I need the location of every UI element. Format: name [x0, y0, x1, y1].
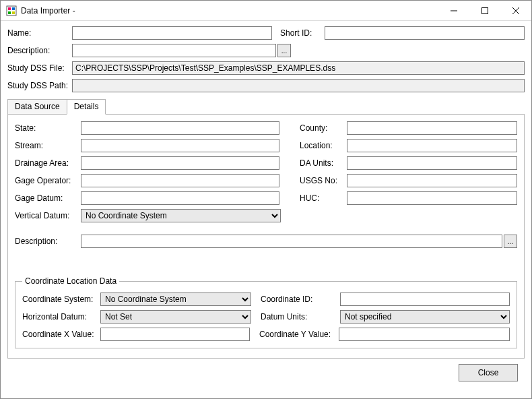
coord-x-label: Coordinate X Value:: [22, 330, 100, 339]
app-icon: [6, 5, 17, 16]
datum-units-label: Datum Units:: [261, 312, 340, 321]
coordinate-location-legend: Coordinate Location Data: [22, 276, 119, 286]
usgs-no-label: USGS No:: [300, 176, 347, 185]
name-label: Name:: [7, 28, 72, 38]
stream-input[interactable]: [81, 139, 279, 152]
description-browse-button[interactable]: ...: [277, 44, 291, 57]
state-label: State:: [15, 123, 81, 133]
huc-input[interactable]: [347, 191, 517, 205]
da-units-input[interactable]: [347, 156, 517, 170]
coord-x-input[interactable]: [100, 328, 250, 341]
horizontal-datum-label: Horizontal Datum:: [22, 312, 100, 321]
huc-label: HUC:: [300, 193, 347, 203]
maximize-button[interactable]: [469, 1, 500, 20]
details-description-input[interactable]: [81, 235, 502, 248]
name-input[interactable]: [72, 26, 272, 40]
vertical-datum-label: Vertical Datum:: [15, 211, 81, 220]
coord-system-select[interactable]: No Coordinate System: [100, 293, 251, 306]
close-button[interactable]: Close: [459, 364, 518, 381]
study-dss-file-field: C:\PROJECTS\SSP\Projects\Test\SSP_Exampl…: [72, 61, 525, 75]
location-input[interactable]: [347, 139, 517, 152]
minimize-button[interactable]: [438, 1, 469, 20]
coord-system-label: Coordinate System:: [22, 295, 100, 304]
gage-operator-input[interactable]: [81, 174, 279, 187]
study-dss-path-label: Study DSS Path:: [7, 81, 72, 90]
coord-id-label: Coordinate ID:: [261, 295, 340, 304]
vertical-datum-select[interactable]: No Coordinate System: [81, 209, 281, 222]
drainage-area-input[interactable]: [81, 156, 279, 170]
svg-rect-2: [12, 7, 15, 10]
coordinate-location-fieldset: Coordinate Location Data Coordinate Syst…: [15, 276, 517, 348]
tab-strip: Data Source Details: [7, 99, 525, 115]
county-label: County:: [300, 123, 347, 133]
svg-rect-1: [8, 7, 11, 10]
da-units-label: DA Units:: [300, 158, 347, 168]
svg-rect-4: [12, 11, 15, 14]
window-controls: [438, 1, 531, 20]
drainage-area-label: Drainage Area:: [15, 158, 81, 168]
gage-operator-label: Gage Operator:: [15, 176, 81, 185]
tab-data-source[interactable]: Data Source: [7, 99, 67, 115]
short-id-input[interactable]: [325, 26, 525, 40]
content-area: Name: Short ID: Description: ... Study D…: [1, 21, 531, 388]
dialog-footer: Close: [7, 359, 525, 381]
short-id-label: Short ID:: [280, 28, 325, 38]
titlebar: Data Importer -: [1, 1, 531, 21]
details-description-label: Description:: [15, 237, 81, 246]
svg-rect-3: [8, 11, 11, 14]
stream-label: Stream:: [15, 141, 81, 150]
tab-details[interactable]: Details: [67, 99, 106, 115]
window-title: Data Importer -: [21, 6, 438, 16]
coord-id-input[interactable]: [340, 293, 510, 306]
state-input[interactable]: [81, 121, 279, 135]
study-dss-path-field: [72, 79, 525, 92]
datum-units-select[interactable]: Not specified: [340, 310, 510, 324]
gage-datum-input[interactable]: [81, 191, 279, 205]
svg-rect-6: [482, 7, 488, 13]
county-input[interactable]: [347, 121, 517, 135]
gage-datum-label: Gage Datum:: [15, 193, 81, 203]
description-label: Description:: [7, 46, 72, 55]
details-panel: State: County: Stream: Location: Drainag…: [7, 114, 525, 359]
usgs-no-input[interactable]: [347, 174, 517, 187]
details-description-browse-button[interactable]: ...: [504, 235, 517, 248]
coord-y-input[interactable]: [339, 328, 510, 341]
location-label: Location:: [300, 141, 347, 150]
horizontal-datum-select[interactable]: Not Set: [100, 310, 251, 324]
coord-y-label: Coordinate Y Value:: [259, 330, 339, 339]
description-input[interactable]: [72, 44, 276, 57]
study-dss-file-label: Study DSS File:: [7, 63, 72, 73]
close-window-button[interactable]: [500, 1, 531, 20]
